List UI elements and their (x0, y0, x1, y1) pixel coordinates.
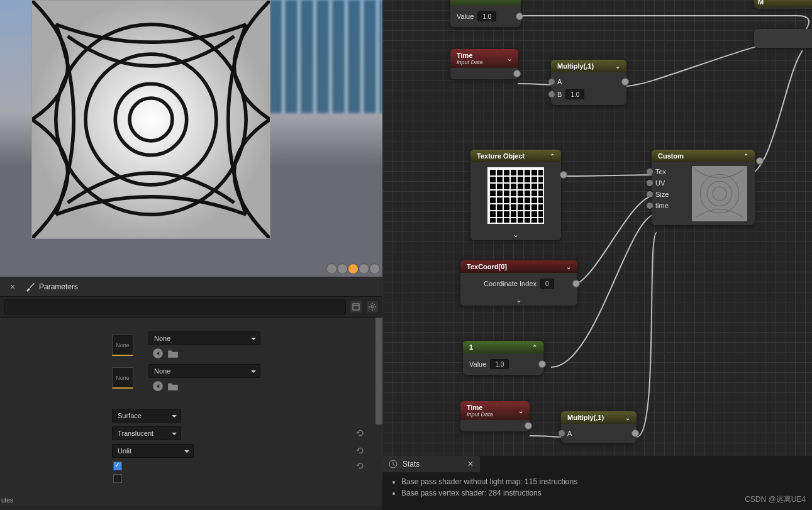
scrollbar[interactable] (375, 318, 382, 424)
preview-plane-button[interactable] (348, 263, 359, 274)
node-header[interactable]: Custom⌃ (652, 150, 755, 162)
node-header[interactable]: TimeInput Data⌄ (450, 49, 518, 68)
chevron-down-icon[interactable]: ⌄ (518, 407, 523, 414)
node-header[interactable]: Texture Object⌃ (470, 150, 561, 162)
use-selected-icon[interactable] (152, 348, 164, 359)
stats-line: Base pass shader without light map: 115 … (401, 477, 793, 486)
browse-icon[interactable] (167, 348, 179, 359)
texture-dropdown-1[interactable]: None (148, 331, 260, 345)
settings-button[interactable] (366, 301, 379, 313)
chevron-down-icon[interactable]: ⌄ (460, 294, 577, 306)
chevron-down-icon[interactable]: ⌄ (615, 63, 620, 70)
svg-rect-4 (353, 304, 359, 310)
two-sided-checkbox[interactable] (113, 462, 122, 470)
preview-primitive-buttons (326, 263, 380, 274)
texture-thumb-1[interactable]: None (112, 335, 133, 356)
custom-node[interactable]: Custom⌃ Tex UV Size time (652, 150, 755, 225)
search-input[interactable] (4, 299, 346, 314)
input-pin-a[interactable] (548, 79, 555, 85)
chevron-down-icon[interactable]: ⌄ (566, 263, 571, 270)
value-input[interactable] (477, 11, 496, 21)
svg-point-6 (371, 306, 374, 308)
constant-node-top[interactable]: ⌃ Value (450, 0, 521, 27)
input-pin-time[interactable] (647, 202, 653, 209)
chevron-up-icon[interactable]: ⌃ (743, 153, 748, 160)
multiply-node-2[interactable]: Multiply(,1)⌄ A (561, 411, 637, 443)
stats-tab[interactable]: Stats × (382, 456, 480, 472)
node-header[interactable]: TexCoord[0]⌄ (460, 260, 577, 273)
brush-icon (25, 282, 35, 292)
constant-node-1[interactable]: 1⌃ Value (463, 341, 543, 375)
node-title: Custom (658, 152, 684, 160)
node-header[interactable]: 1⌃ (463, 341, 543, 353)
stats-line: Base pass vertex shader: 284 instruction… (401, 489, 793, 497)
node-header[interactable]: ⌃ (450, 0, 521, 6)
texture-object-node[interactable]: Texture Object⌃ ⌄ (470, 150, 561, 240)
chevron-up-icon[interactable]: ⌃ (509, 0, 514, 3)
parameters-tab[interactable]: × Parameters (0, 277, 382, 297)
node-header[interactable]: Multiply(,1)⌄ (551, 60, 626, 72)
chevron-down-icon[interactable]: ⌄ (470, 229, 561, 240)
material-preview-viewport[interactable] (0, 0, 382, 277)
node-title: 1 (469, 343, 473, 351)
chevron-down-icon[interactable]: ⌄ (507, 55, 512, 62)
preview-mesh-button[interactable] (369, 263, 380, 274)
edge-node-top[interactable]: M (754, 0, 812, 9)
preview-sphere-button[interactable] (337, 263, 348, 274)
checkbox-2[interactable] (113, 474, 122, 483)
texture-thumb-2[interactable]: None (112, 367, 133, 389)
output-pin[interactable] (525, 422, 532, 430)
chevron-up-icon[interactable]: ⌃ (550, 153, 555, 160)
close-icon[interactable]: × (0, 282, 25, 292)
node-header[interactable]: TimeInput Data⌄ (460, 401, 530, 420)
input-pin-b[interactable] (548, 91, 555, 97)
use-selected-icon[interactable] (152, 380, 164, 392)
output-pin[interactable] (513, 70, 521, 77)
blend-mode-dropdown[interactable]: Translucent (112, 426, 181, 440)
preview-cube-button[interactable] (359, 263, 369, 274)
input-pin-a[interactable] (559, 430, 565, 436)
time-node-2[interactable]: TimeInput Data⌄ (460, 401, 530, 431)
output-pin[interactable] (631, 430, 639, 437)
shading-model-dropdown[interactable]: Unlit (112, 444, 194, 458)
node-subtitle: Input Data (467, 411, 493, 418)
texcoord-node[interactable]: TexCoord[0]⌄ Coordinate Index ⌄ (460, 260, 577, 306)
input-pin-uv[interactable] (647, 180, 653, 186)
output-pin[interactable] (538, 360, 546, 368)
node-header[interactable]: Multiply(,1)⌄ (561, 411, 637, 424)
custom-preview (692, 166, 747, 221)
reset-icon[interactable] (356, 429, 365, 438)
chevron-up-icon[interactable]: ⌃ (532, 344, 537, 351)
output-pin[interactable] (572, 280, 580, 287)
reset-icon[interactable] (356, 462, 365, 470)
preview-mesh-plane (31, 0, 270, 239)
browse-icon[interactable] (167, 380, 179, 392)
multiply-node-1[interactable]: Multiply(,1)⌄ A B (551, 60, 626, 105)
material-graph[interactable]: ⌃ Value TimeInput Data⌄ Multiply(,1)⌄ A … (382, 0, 812, 456)
coord-input[interactable] (540, 279, 554, 289)
reset-icon[interactable] (356, 446, 365, 455)
pin-label: A (557, 78, 562, 86)
value-input[interactable] (490, 359, 509, 369)
stats-tab-label: Stats (403, 460, 420, 468)
edge-node-2[interactable] (754, 29, 812, 48)
view-options-button[interactable] (350, 301, 362, 313)
texture-dropdown-2[interactable]: None (148, 364, 260, 378)
time-node-1[interactable]: TimeInput Data⌄ (450, 49, 518, 79)
input-pin-tex[interactable] (647, 169, 653, 175)
node-title: Time (467, 404, 493, 411)
node-title: Multiply(,1) (557, 62, 594, 70)
output-pin[interactable] (516, 13, 523, 20)
value-input[interactable] (565, 89, 584, 99)
output-pin[interactable] (621, 78, 629, 86)
material-domain-dropdown[interactable]: Surface (112, 409, 181, 423)
output-pin[interactable] (560, 171, 567, 179)
input-pin-size[interactable] (647, 191, 653, 197)
output-pin[interactable] (756, 157, 764, 165)
node-subtitle: Input Data (457, 59, 483, 65)
pin-label: B (557, 91, 562, 98)
close-icon[interactable]: × (467, 458, 473, 470)
chevron-down-icon[interactable]: ⌄ (625, 414, 630, 421)
preview-cylinder-button[interactable] (326, 263, 337, 274)
parameters-body[interactable]: None None None None Surface (0, 318, 382, 506)
